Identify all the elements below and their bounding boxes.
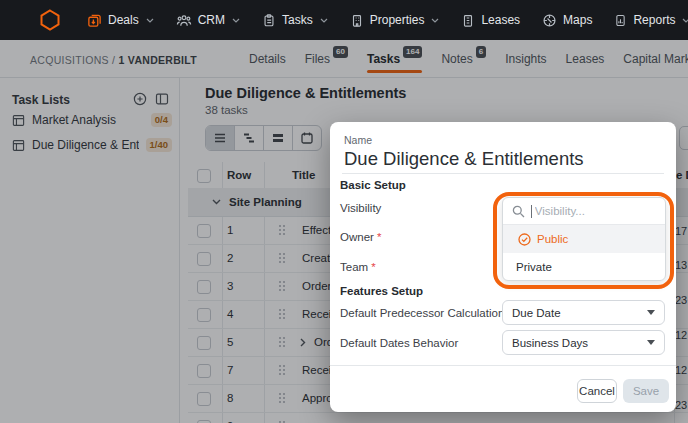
dropdown-caret-icon: [647, 310, 655, 315]
deals-icon: [87, 13, 102, 28]
footer-divider: [330, 365, 676, 366]
reports-icon: [614, 13, 627, 28]
option-label: Private: [516, 261, 552, 273]
visibility-dropdown: Public Private: [502, 197, 666, 281]
dates-behavior-select[interactable]: Business Days: [502, 330, 665, 355]
name-field-label: Name: [344, 134, 372, 146]
predecessor-value: Due Date: [512, 307, 561, 319]
nav-item-deals[interactable]: Deals: [87, 13, 154, 28]
search-icon: [512, 205, 525, 218]
nav-item-leases[interactable]: Leases: [461, 13, 520, 28]
nav-item-reports[interactable]: Reports: [614, 13, 688, 28]
owner-label: Owner*: [340, 231, 381, 243]
tasks-icon: [262, 13, 276, 28]
dropdown-caret-icon: [647, 340, 655, 345]
app-logo-icon[interactable]: [40, 9, 60, 31]
name-input[interactable]: Due Diligence & Entitlements: [344, 148, 584, 170]
save-button[interactable]: Save: [623, 379, 669, 403]
nav-item-label: Reports: [633, 13, 675, 27]
cancel-button[interactable]: Cancel: [577, 379, 617, 403]
nav-item-maps[interactable]: Maps: [542, 13, 592, 28]
maps-icon: [542, 13, 557, 28]
dates-behavior-label: Default Dates Behavior: [340, 337, 458, 349]
team-label: Team*: [340, 261, 376, 273]
chevron-down-icon: [682, 18, 688, 23]
dates-behavior-value: Business Days: [512, 337, 588, 349]
properties-icon: [350, 13, 364, 28]
section-basic-setup: Basic Setup: [340, 179, 406, 191]
predecessor-select[interactable]: Due Date: [502, 300, 665, 325]
check-circle-icon: [518, 233, 531, 246]
nav-item-label: Properties: [370, 13, 425, 27]
visibility-option-public[interactable]: Public: [503, 225, 665, 253]
visibility-label: Visibility: [340, 202, 381, 214]
chevron-down-icon: [320, 18, 328, 23]
visibility-option-private[interactable]: Private: [503, 253, 665, 281]
option-label: Public: [537, 233, 568, 245]
nav-item-tasks[interactable]: Tasks: [262, 13, 328, 28]
chevron-down-icon: [431, 18, 439, 23]
visibility-search[interactable]: [503, 198, 665, 225]
nav-item-label: Maps: [563, 13, 592, 27]
nav-item-label: Leases: [481, 13, 520, 27]
required-marker: *: [371, 261, 375, 273]
chevron-down-icon: [146, 18, 154, 23]
required-marker: *: [377, 231, 381, 243]
leases-icon: [461, 13, 475, 28]
chevron-down-icon: [232, 18, 240, 23]
name-input-underline: [342, 173, 664, 174]
nav-item-crm[interactable]: CRM: [176, 13, 240, 28]
crm-icon: [176, 13, 192, 28]
top-nav: Deals CRM: [0, 0, 688, 40]
text-cursor: [531, 205, 532, 218]
nav-item-label: Deals: [108, 13, 139, 27]
predecessor-label: Default Predecessor Calculation: [340, 307, 504, 319]
app-window: Deals CRM: [0, 0, 688, 423]
visibility-search-input[interactable]: [535, 205, 656, 217]
nav-item-label: Tasks: [282, 13, 313, 27]
section-features-setup: Features Setup: [340, 285, 423, 297]
nav-item-properties[interactable]: Properties: [350, 13, 440, 28]
nav-item-label: CRM: [198, 13, 225, 27]
